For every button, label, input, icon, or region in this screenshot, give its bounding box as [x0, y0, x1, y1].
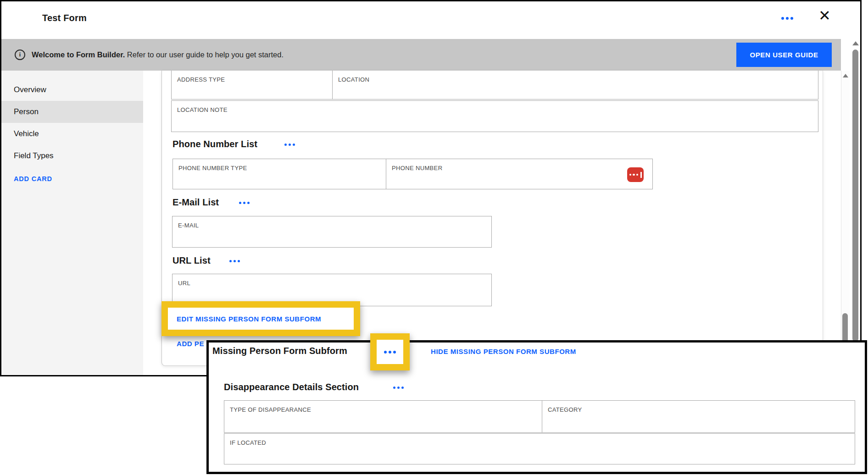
disappearance-section-menu-icon[interactable]	[393, 386, 404, 389]
inner-scrollbar-up-arrow[interactable]	[843, 74, 848, 77]
banner-message-rest: Refer to our user guide to help you get …	[125, 50, 284, 59]
banner-message-bold: Welcome to Form Builder.	[32, 50, 125, 59]
url-list-heading: URL List	[172, 255, 211, 266]
highlight-box-edit-subform: EDIT MISSING PERSON FORM SUBFORM	[161, 301, 360, 336]
field-category[interactable]: CATEGORY	[542, 400, 855, 433]
open-user-guide-button[interactable]: OPEN USER GUIDE	[736, 43, 832, 67]
field-email[interactable]: E-MAIL	[172, 216, 492, 248]
field-phone-number[interactable]: PHONE NUMBER	[386, 159, 653, 189]
phone-list-heading: Phone Number List	[172, 139, 257, 149]
sidebar-item-overview[interactable]: Overview	[1, 79, 143, 101]
subform-heading: Missing Person Form Subform	[212, 346, 347, 356]
sidebar-item-person[interactable]: Person	[1, 101, 143, 123]
email-list-heading: E-Mail List	[172, 197, 219, 208]
field-if-located[interactable]: IF LOCATED	[224, 433, 855, 464]
password-manager-extension-icon[interactable]	[627, 167, 644, 182]
hide-subform-link[interactable]: HIDE MISSING PERSON FORM SUBFORM	[431, 348, 576, 355]
subform-menu-icon[interactable]	[384, 350, 396, 354]
window-title: Test Form	[42, 13, 87, 23]
edit-subform-link[interactable]: EDIT MISSING PERSON FORM SUBFORM	[177, 315, 321, 323]
field-location[interactable]: LOCATION	[332, 71, 818, 99]
outer-scrollbar-up-arrow[interactable]	[852, 41, 859, 45]
url-list-menu-icon[interactable]	[229, 259, 240, 263]
banner-message: Welcome to Form Builder. Refer to our us…	[32, 50, 284, 59]
field-phone-number-type[interactable]: PHONE NUMBER TYPE	[172, 159, 386, 189]
add-link-partial[interactable]: ADD PE	[177, 340, 204, 348]
form-builder-screen: Test Form ✕ i Welcome to Form Builder. R…	[0, 0, 868, 475]
outer-scrollbar-thumb[interactable]	[852, 50, 858, 342]
close-icon[interactable]: ✕	[818, 8, 831, 23]
highlight-box-subform-menu	[370, 333, 410, 370]
field-address-type[interactable]: ADDRESS TYPE	[171, 71, 333, 99]
email-list-menu-icon[interactable]	[239, 201, 250, 204]
field-type-of-disappearance[interactable]: TYPE OF DISAPPEARANCE	[224, 400, 542, 433]
info-icon: i	[15, 50, 25, 60]
field-location-note[interactable]: LOCATION NOTE	[171, 100, 818, 132]
welcome-banner: i Welcome to Form Builder. Refer to our …	[1, 39, 841, 71]
add-card-link[interactable]: ADD CARD	[1, 168, 143, 190]
sidebar-item-field-types[interactable]: Field Types	[1, 145, 143, 167]
window-overflow-menu-icon[interactable]	[781, 17, 793, 20]
sidebar-item-vehicle[interactable]: Vehicle	[1, 123, 143, 145]
phone-list-menu-icon[interactable]	[284, 143, 295, 146]
disappearance-section-heading: Disappearance Details Section	[224, 382, 359, 392]
